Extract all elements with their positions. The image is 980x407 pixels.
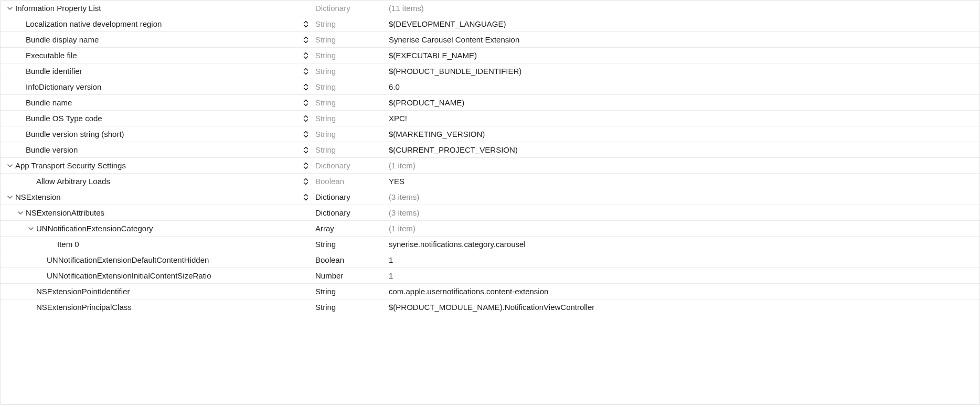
key-type-stepper-icon[interactable]: [302, 115, 310, 122]
key-label[interactable]: Item 0: [57, 240, 79, 249]
disclosure-chevron-icon[interactable]: [5, 1, 15, 16]
disclosure-chevron-icon[interactable]: [15, 205, 26, 220]
type-column[interactable]: String: [315, 284, 389, 299]
key-type-stepper-icon[interactable]: [302, 36, 310, 44]
key-label[interactable]: NSExtensionPointIdentifier: [36, 287, 130, 296]
key-type-stepper-icon[interactable]: [302, 20, 310, 28]
plist-row[interactable]: NSExtensionAttributesDictionary(3 items): [1, 205, 979, 221]
value-column[interactable]: $(PRODUCT_NAME): [389, 95, 979, 110]
key-type-stepper-icon[interactable]: [302, 83, 310, 91]
value-column[interactable]: (1 item): [389, 221, 979, 236]
value-column[interactable]: $(PRODUCT_BUNDLE_IDENTIFIER): [389, 63, 979, 79]
key-label[interactable]: InfoDictionary version: [26, 82, 101, 91]
key-label[interactable]: Information Property List: [15, 4, 101, 13]
key-label[interactable]: Bundle OS Type code: [26, 114, 102, 123]
key-type-stepper-icon[interactable]: [302, 194, 310, 201]
type-column[interactable]: Dictionary: [315, 158, 389, 173]
key-label[interactable]: NSExtensionPrincipalClass: [36, 303, 132, 312]
value-column[interactable]: 1: [389, 252, 979, 267]
key-type-stepper-icon[interactable]: [302, 146, 310, 154]
plist-row[interactable]: NSExtensionPointIdentifierStringcom.appl…: [1, 284, 979, 299]
key-label[interactable]: NSExtensionAttributes: [26, 208, 104, 217]
key-label[interactable]: UNNotificationExtensionCategory: [36, 224, 153, 233]
key-label[interactable]: Bundle display name: [26, 35, 99, 44]
value-column[interactable]: YES: [389, 174, 979, 189]
plist-row[interactable]: Allow Arbitrary LoadsBooleanYES: [1, 174, 979, 189]
key-label[interactable]: Bundle version string (short): [26, 130, 124, 138]
value-column[interactable]: 1: [389, 268, 979, 283]
disclosure-chevron-icon[interactable]: [5, 158, 15, 173]
plist-row[interactable]: InfoDictionary versionString6.0: [1, 79, 979, 95]
value-column[interactable]: Synerise Carousel Content Extension: [389, 32, 979, 47]
type-column[interactable]: String: [315, 48, 389, 63]
value-column[interactable]: (1 item): [389, 158, 979, 173]
key-label[interactable]: Allow Arbitrary Loads: [36, 177, 110, 186]
disclosure-chevron-icon[interactable]: [5, 189, 15, 205]
value-column[interactable]: $(MARKETING_VERSION): [389, 126, 979, 142]
type-column[interactable]: String: [315, 79, 389, 94]
type-column[interactable]: Dictionary: [315, 1, 389, 16]
plist-row[interactable]: UNNotificationExtensionCategoryArray(1 i…: [1, 221, 979, 237]
value-column[interactable]: (3 items): [389, 205, 979, 220]
plist-row[interactable]: Bundle nameString$(PRODUCT_NAME): [1, 95, 979, 111]
value-column[interactable]: $(EXECUTABLE_NAME): [389, 48, 979, 63]
disclosure-chevron-icon[interactable]: [26, 221, 36, 236]
value-column[interactable]: $(DEVELOPMENT_LANGUAGE): [389, 16, 979, 31]
key-label[interactable]: UNNotificationExtensionInitialContentSiz…: [47, 271, 211, 280]
key-label[interactable]: Bundle version: [26, 145, 78, 154]
type-column[interactable]: Boolean: [315, 174, 389, 189]
value-column[interactable]: $(CURRENT_PROJECT_VERSION): [389, 142, 979, 157]
key-type-stepper-icon[interactable]: [302, 52, 310, 59]
type-column[interactable]: String: [315, 126, 389, 142]
type-column[interactable]: Dictionary: [315, 189, 389, 205]
plist-row[interactable]: Item 0Stringsynerise.notifications.categ…: [1, 237, 979, 252]
plist-row[interactable]: Bundle identifierString$(PRODUCT_BUNDLE_…: [1, 63, 979, 79]
type-column[interactable]: String: [315, 299, 389, 315]
key-label[interactable]: UNNotificationExtensionDefaultContentHid…: [47, 255, 209, 264]
type-column[interactable]: Array: [315, 221, 389, 236]
key-type-stepper-icon[interactable]: [302, 178, 310, 185]
plist-row[interactable]: Bundle OS Type codeStringXPC!: [1, 111, 979, 126]
type-column[interactable]: String: [315, 32, 389, 47]
value-column[interactable]: XPC!: [389, 111, 979, 126]
value-column[interactable]: synerise.notifications.category.carousel: [389, 237, 979, 252]
plist-row[interactable]: Localization native development regionSt…: [1, 16, 979, 32]
key-label[interactable]: Executable file: [26, 51, 77, 60]
type-column[interactable]: Dictionary: [315, 205, 389, 220]
plist-row[interactable]: App Transport Security SettingsDictionar…: [1, 158, 979, 174]
type-column[interactable]: Boolean: [315, 252, 389, 267]
type-column[interactable]: String: [315, 95, 389, 110]
type-column[interactable]: String: [315, 16, 389, 31]
key-type-stepper-icon[interactable]: [302, 99, 310, 106]
type-label: String: [315, 303, 336, 312]
plist-row[interactable]: UNNotificationExtensionInitialContentSiz…: [1, 268, 979, 284]
value-column[interactable]: $(PRODUCT_MODULE_NAME).NotificationViewC…: [389, 299, 979, 315]
disclosure-placeholder: [15, 142, 26, 157]
key-label[interactable]: Bundle identifier: [26, 67, 82, 76]
type-column[interactable]: String: [315, 63, 389, 79]
key-type-stepper-icon[interactable]: [302, 162, 310, 169]
plist-row[interactable]: Bundle versionString$(CURRENT_PROJECT_VE…: [1, 142, 979, 158]
plist-row[interactable]: NSExtensionDictionary(3 items): [1, 189, 979, 205]
plist-row[interactable]: Information Property ListDictionary(11 i…: [1, 1, 979, 16]
value-column[interactable]: (11 items): [389, 1, 979, 16]
plist-row[interactable]: NSExtensionPrincipalClassString$(PRODUCT…: [1, 299, 979, 315]
value-column[interactable]: (3 items): [389, 189, 979, 205]
type-column[interactable]: String: [315, 142, 389, 157]
key-label[interactable]: App Transport Security Settings: [15, 161, 126, 170]
key-label[interactable]: Bundle name: [26, 98, 72, 107]
type-column[interactable]: String: [315, 237, 389, 252]
key-type-stepper-icon[interactable]: [302, 68, 310, 75]
plist-row[interactable]: Bundle version string (short)String$(MAR…: [1, 126, 979, 142]
type-column[interactable]: Number: [315, 268, 389, 283]
plist-row[interactable]: Bundle display nameStringSynerise Carous…: [1, 32, 979, 48]
plist-row[interactable]: UNNotificationExtensionDefaultContentHid…: [1, 252, 979, 268]
value-column[interactable]: com.apple.usernotifications.content-exte…: [389, 284, 979, 299]
type-column[interactable]: String: [315, 111, 389, 126]
type-label: Number: [315, 271, 343, 280]
plist-row[interactable]: Executable fileString$(EXECUTABLE_NAME): [1, 48, 979, 63]
key-label[interactable]: Localization native development region: [26, 19, 162, 28]
value-column[interactable]: 6.0: [389, 79, 979, 94]
key-type-stepper-icon[interactable]: [302, 131, 310, 138]
key-label[interactable]: NSExtension: [15, 192, 61, 201]
